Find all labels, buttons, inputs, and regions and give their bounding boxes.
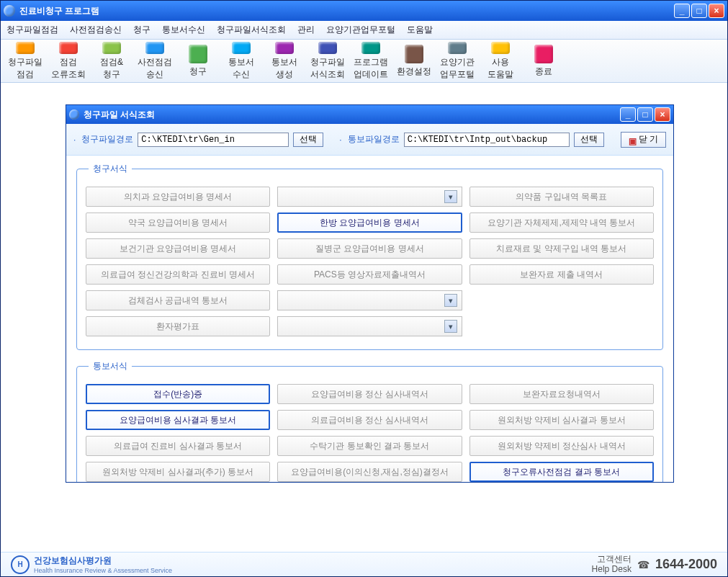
phone-icon: ☎: [637, 559, 650, 571]
claim-form-button-2[interactable]: 의약품 구입내역 목록표: [469, 187, 654, 207]
notice-form-button-10[interactable]: 요양급여비용(이의신청,재심,정심)결정서: [277, 462, 462, 482]
tool-notice-gen-icon: [275, 42, 294, 54]
helpdesk-label: 고객센터 Help Desk: [592, 555, 632, 573]
popup-maximize-button[interactable]: □: [637, 107, 653, 122]
tool-claim-file-check-icon: [16, 42, 35, 54]
content-area: 청구파일 서식조회 _ □ × · 청구파일경로 선택 · 통보파일경로 선택: [1, 83, 727, 552]
tool-exit-icon: [534, 45, 553, 63]
claim-path-select-button[interactable]: 선택: [293, 133, 323, 147]
popup-minimize-button[interactable]: _: [620, 107, 636, 122]
tool-claim-form-icon: [318, 42, 337, 54]
claim-form-button-10[interactable]: PACS등 영상자료제출내역서: [277, 264, 462, 285]
close-icon: ▣: [629, 136, 636, 143]
notice-path-input[interactable]: [404, 133, 570, 147]
footer: H 건강보험심사평가원 Health Insurance Review & As…: [1, 552, 727, 576]
tool-notice-recv-icon: [232, 42, 251, 54]
claim-form-dropdown-16[interactable]: ▾: [277, 316, 462, 336]
notice-form-button-1[interactable]: 요양급여비용 정산 심사내역서: [277, 384, 462, 404]
claim-form-button-0[interactable]: 의치과 요양급여비용 명세서: [86, 187, 270, 207]
claim-form-button-7[interactable]: 질병군 요양급여비용 명세서: [277, 238, 462, 259]
menubar: 청구파일점검사전점검송신청구통보서수신청구파일서식조회관리요양기관업무포털도움말: [1, 21, 727, 40]
tool-portal[interactable]: 요양기관업무포털: [437, 42, 477, 81]
tool-portal-icon: [448, 42, 467, 54]
claim-form-button-9[interactable]: 의료급여 정신건강의학과 진료비 명세서: [86, 264, 270, 285]
notice-form-button-9[interactable]: 원외처방 약제비 심사결과(추가) 통보서: [86, 462, 270, 482]
tool-settings[interactable]: 환경설정: [394, 42, 434, 81]
claim-form-dropdown-1[interactable]: ▾: [277, 187, 462, 207]
tool-notice-gen[interactable]: 통보서생성: [264, 42, 305, 81]
claim-form-button-15[interactable]: 환자평가표: [86, 316, 270, 336]
notice-path-select-button[interactable]: 선택: [574, 133, 604, 147]
helpdesk-phone: 1644-2000: [655, 557, 717, 572]
menu-item-1[interactable]: 사전점검송신: [70, 24, 122, 36]
popup-close-button[interactable]: ×: [655, 107, 670, 122]
footer-org-name: 건강보험심사평가원: [34, 555, 112, 565]
app-title: 진료비청구 프로그램: [19, 5, 674, 17]
notice-path-label: 통보파일경로: [348, 133, 400, 146]
chevron-down-icon: ▾: [444, 190, 457, 203]
notice-forms-title: 통보서식: [89, 360, 132, 372]
claim-form-button-3[interactable]: 약국 요양급여비용 명세서: [86, 213, 270, 233]
tool-update[interactable]: 프로그램업데이트: [351, 42, 391, 81]
notice-form-button-2[interactable]: 보완자료요청내역서: [469, 384, 654, 404]
tool-claim[interactable]: 청구: [178, 42, 218, 81]
tool-update-icon: [361, 42, 380, 54]
notice-forms-group: 통보서식 접수(반송)증요양급여비용 정산 심사내역서보완자료요청내역서요양급여…: [76, 360, 663, 482]
menu-item-0[interactable]: 청구파일점검: [6, 24, 58, 36]
claim-form-dropdown-13[interactable]: ▾: [277, 290, 462, 310]
menu-item-6[interactable]: 요양기관업무포털: [326, 24, 395, 36]
notice-form-button-5[interactable]: 원외처방 약제비 심사결과 통보서: [469, 410, 654, 430]
menu-item-3[interactable]: 통보서수신: [162, 24, 205, 36]
tool-precheck-send[interactable]: 사전점검송신: [135, 42, 175, 81]
claim-forms-group: 청구서식 의치과 요양급여비용 명세서▾의약품 구입내역 목록표약국 요양급여비…: [76, 163, 663, 350]
notice-form-button-7[interactable]: 수탁기관 통보확인 결과 통보서: [277, 436, 462, 456]
claim-form-button-12[interactable]: 검체검사 공급내역 통보서: [86, 290, 270, 310]
tool-check-claim[interactable]: 점검&청구: [91, 42, 132, 81]
claim-form-button-4[interactable]: 한방 요양급여비용 명세서: [277, 213, 462, 233]
close-popup-button[interactable]: ▣ 닫 기: [621, 132, 666, 148]
maximize-button[interactable]: □: [691, 4, 707, 18]
chevron-down-icon: ▾: [444, 294, 457, 307]
menu-item-2[interactable]: 청구: [133, 24, 150, 36]
notice-form-button-6[interactable]: 의료급여 진료비 심사결과 통보서: [86, 436, 270, 456]
popup-icon: [69, 109, 79, 120]
notice-form-button-8[interactable]: 원외처방 약제비 정산심사 내역서: [469, 436, 654, 456]
popup-title: 청구파일 서식조회: [84, 109, 620, 121]
tool-claim-icon: [189, 45, 207, 63]
claim-form-button-6[interactable]: 보건기관 요양급여비용 명세서: [86, 238, 270, 259]
notice-form-button-3[interactable]: 요양급여비용 심사결과 통보서: [86, 410, 270, 430]
tool-precheck-send-icon: [145, 42, 164, 54]
tool-check-error-icon: [59, 42, 78, 54]
menu-item-4[interactable]: 청구파일서식조회: [217, 24, 286, 36]
popup-window: 청구파일 서식조회 _ □ × · 청구파일경로 선택 · 통보파일경로 선택: [66, 104, 674, 483]
main-titlebar: 진료비청구 프로그램 _ □ ×: [1, 1, 727, 21]
popup-titlebar: 청구파일 서식조회 _ □ ×: [66, 105, 673, 124]
tool-help-icon: [491, 42, 510, 54]
menu-item-5[interactable]: 관리: [297, 24, 315, 36]
footer-org-sub: Health Insurance Review & Assessment Ser…: [34, 567, 172, 574]
tool-claim-file-check[interactable]: 청구파일점검: [5, 42, 45, 81]
notice-form-button-4[interactable]: 의료급여비용 정산 심사내역서: [277, 410, 462, 430]
tool-settings-icon: [405, 45, 423, 63]
notice-form-button-0[interactable]: 접수(반송)증: [86, 384, 270, 404]
claim-path-label: 청구파일경로: [81, 133, 133, 146]
claim-path-input[interactable]: [138, 133, 289, 147]
footer-logo-icon: H: [11, 555, 30, 574]
tool-help[interactable]: 사용도움말: [480, 42, 521, 81]
claim-form-button-11[interactable]: 보완자료 제출 내역서: [469, 264, 654, 285]
tool-check-error[interactable]: 점검오류조회: [48, 42, 89, 81]
tool-claim-form[interactable]: 청구파일서식조회: [307, 42, 348, 81]
claim-form-button-8[interactable]: 치료재료 및 약제구입 내역 통보서: [469, 238, 654, 259]
toolbar: 청구파일점검점검오류조회점검&청구사전점검송신청구통보서수신통보서생성청구파일서…: [1, 40, 727, 83]
tool-notice-recv[interactable]: 통보서수신: [221, 42, 261, 81]
claim-form-button-5[interactable]: 요양기관 자체제제,제제약 내역 통보서: [469, 213, 654, 233]
app-icon: [4, 5, 15, 17]
close-button[interactable]: ×: [709, 4, 724, 18]
minimize-button[interactable]: _: [674, 4, 690, 18]
menu-item-7[interactable]: 도움말: [407, 24, 433, 36]
popup-body: 청구서식 의치과 요양급여비용 명세서▾의약품 구입내역 목록표약국 요양급여비…: [66, 156, 673, 482]
tool-exit[interactable]: 종료: [523, 42, 564, 81]
notice-form-button-11[interactable]: 청구오류사전점검 결과 통보서: [469, 462, 654, 482]
main-window: 진료비청구 프로그램 _ □ × 청구파일점검사전점검송신청구통보서수신청구파일…: [0, 0, 728, 577]
tool-check-claim-icon: [102, 42, 121, 54]
